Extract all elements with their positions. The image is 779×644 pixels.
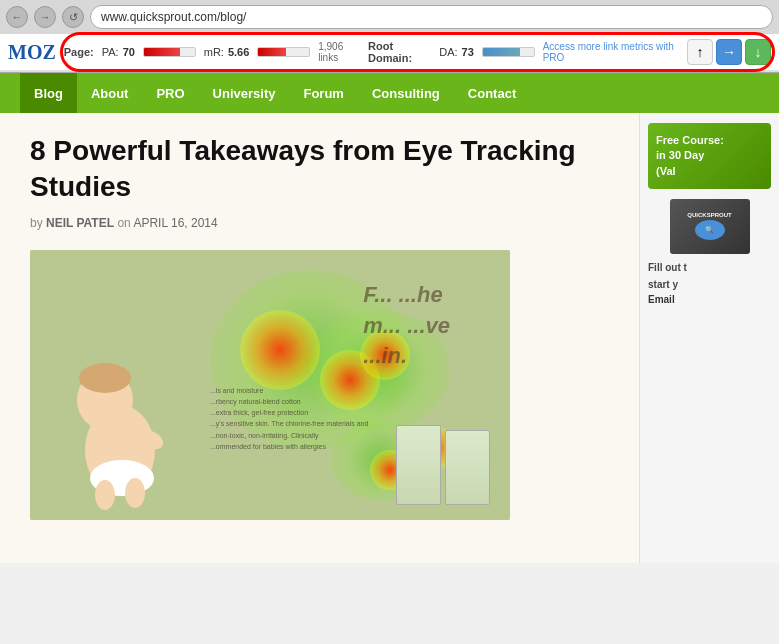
article-date: APRIL 16, 2014 xyxy=(133,216,217,230)
nav-item-blog[interactable]: Blog xyxy=(20,73,77,113)
da-bar-fill xyxy=(483,48,520,56)
da-bar xyxy=(482,47,535,57)
article-byline: by NEIL PATEL on APRIL 16, 2014 xyxy=(30,216,609,230)
product-box: QUICKSPROUT 🔍 xyxy=(670,199,750,254)
mr-bar xyxy=(257,47,310,57)
site-wrapper: Blog About PRO University Forum Consulti… xyxy=(0,73,779,563)
address-bar[interactable]: www.quicksprout.com/blog/ xyxy=(90,5,773,29)
reload-button[interactable]: ↺ xyxy=(62,6,84,28)
back-button[interactable]: ← xyxy=(6,6,28,28)
sidebar-promo: Free Course: in 30 Day (Val xyxy=(648,123,771,189)
byline-on: on xyxy=(117,216,130,230)
svg-point-5 xyxy=(95,480,115,510)
article-author: NEIL PATEL xyxy=(46,216,114,230)
promo-line1: Free Course: xyxy=(656,133,763,148)
pa-label: PA: xyxy=(102,46,119,58)
links-count: 1,906 links xyxy=(318,41,360,63)
page-label: Page: xyxy=(64,46,94,58)
moz-logo: MOZ xyxy=(8,41,56,64)
da-label: DA: xyxy=(439,46,457,58)
sidebar: Free Course: in 30 Day (Val QUICKSPROUT … xyxy=(639,113,779,563)
start-prompt: start y xyxy=(648,279,771,290)
promo-line2: in 30 Day xyxy=(656,148,763,163)
product-icon: 🔍 xyxy=(695,220,725,240)
main-content: 8 Powerful Takeaways from Eye Tracking S… xyxy=(0,113,639,563)
heat-spot-1 xyxy=(240,310,320,390)
da-value: 73 xyxy=(462,46,474,58)
nav-item-pro[interactable]: PRO xyxy=(142,73,198,113)
moz-actions: ↑ → ↓ xyxy=(687,39,771,65)
nav-item-university[interactable]: University xyxy=(199,73,290,113)
heatmap-background: F... ...he m... ...ve ...in. xyxy=(30,250,510,520)
mr-value: 5.66 xyxy=(228,46,249,58)
moz-bar: MOZ Page: PA: 70 mR: 5.66 1,906 links Ro… xyxy=(0,34,779,72)
moz-up-button[interactable]: ↑ xyxy=(687,39,713,65)
heatmap-small-text: ...ls and moisture ...rbency natural-ble… xyxy=(210,385,500,452)
mr-label: mR: xyxy=(204,46,224,58)
article-title: 8 Powerful Takeaways from Eye Tracking S… xyxy=(30,133,609,206)
mr-section: mR: 5.66 xyxy=(204,46,250,58)
moz-down-button[interactable]: ↓ xyxy=(745,39,771,65)
moz-right-button[interactable]: → xyxy=(716,39,742,65)
browser-toolbar: ← → ↺ www.quicksprout.com/blog/ xyxy=(0,0,779,34)
baby-figure xyxy=(50,310,190,510)
product-label: QUICKSPROUT xyxy=(687,212,731,218)
content-wrapper: 8 Powerful Takeaways from Eye Tracking S… xyxy=(0,113,779,563)
promo-line3: (Val xyxy=(656,164,763,179)
pa-value: 70 xyxy=(123,46,135,58)
da-section: DA: 73 xyxy=(439,46,474,58)
nav-item-consulting[interactable]: Consulting xyxy=(358,73,454,113)
pa-bar xyxy=(143,47,196,57)
nav-item-about[interactable]: About xyxy=(77,73,143,113)
forward-button[interactable]: → xyxy=(34,6,56,28)
pa-section: PA: 70 xyxy=(102,46,135,58)
pro-link[interactable]: Access more link metrics with PRO xyxy=(543,41,679,63)
url-text: www.quicksprout.com/blog/ xyxy=(101,10,246,24)
email-label: Email xyxy=(648,294,771,305)
byline-prefix: by xyxy=(30,216,43,230)
nav-item-forum[interactable]: Forum xyxy=(289,73,357,113)
svg-point-6 xyxy=(125,478,145,508)
nav-item-contact[interactable]: Contact xyxy=(454,73,530,113)
article-image: F... ...he m... ...ve ...in. xyxy=(30,250,510,520)
heatmap-overlay-text: F... ...he m... ...ve ...in. xyxy=(363,280,450,372)
mr-bar-fill xyxy=(258,48,286,56)
sidebar-product: QUICKSPROUT 🔍 xyxy=(648,199,771,254)
pa-bar-fill xyxy=(144,48,180,56)
fill-out-prompt: Fill out t xyxy=(648,262,771,273)
svg-point-2 xyxy=(79,363,131,393)
root-domain-label: Root Domain: xyxy=(368,40,431,64)
site-nav: Blog About PRO University Forum Consulti… xyxy=(0,73,779,113)
